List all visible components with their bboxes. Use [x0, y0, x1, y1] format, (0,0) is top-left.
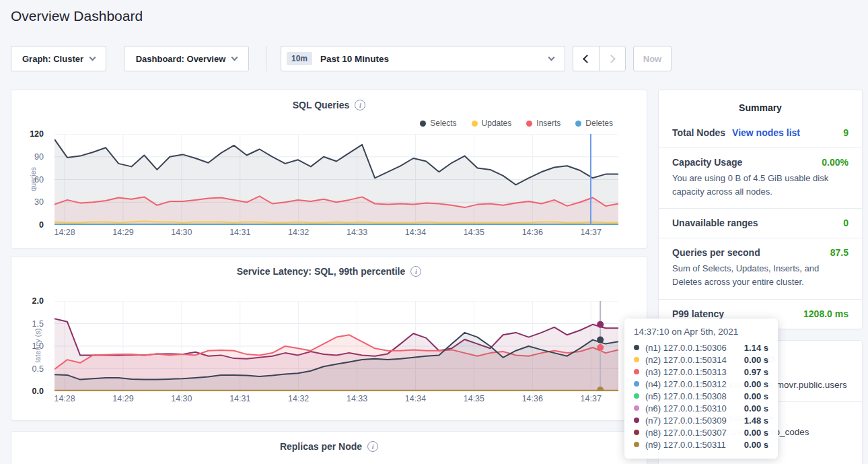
legend-dot-icon — [472, 121, 478, 127]
node-color-dot-icon — [634, 381, 639, 387]
node-color-dot-icon — [634, 405, 639, 411]
service-latency-card: Service Latency: SQL, 99th percentile la… — [11, 256, 647, 421]
legend-item-deletes[interactable]: Deletes — [575, 119, 613, 128]
replicas-per-node-card: Replicas per Node — [11, 431, 647, 464]
tooltip-rows: (n1) 127.0.0.1:503061.14 s(n2) 127.0.0.1… — [634, 341, 768, 451]
tooltip-node-row: (n1) 127.0.0.1:503061.14 s — [634, 341, 768, 354]
node-color-dot-icon — [634, 393, 639, 399]
node-color-dot-icon — [634, 357, 639, 362]
time-range-dropdown[interactable]: 10m Past 10 Minutes — [281, 46, 565, 71]
time-range-label: Past 10 Minutes — [320, 54, 389, 64]
x-tick-label: 14:34 — [405, 394, 426, 403]
chevron-down-icon — [89, 54, 96, 61]
y-tick-label: 120 — [30, 129, 44, 139]
service-latency-title: Service Latency: SQL, 99th percentile — [237, 266, 406, 277]
chevron-left-icon — [583, 55, 591, 63]
x-axis-ticks: 14:2814:2914:3014:3114:3214:3314:3414:35… — [55, 394, 618, 406]
unavailable-ranges-value: 0 — [843, 218, 848, 228]
y-tick-label: 0.0 — [32, 387, 44, 396]
x-tick-label: 14:31 — [229, 228, 250, 237]
node-color-dot-icon — [634, 442, 639, 447]
page-title: Overview Dashboard — [11, 8, 143, 24]
legend-dot-icon — [575, 121, 581, 127]
x-tick-label: 14:30 — [171, 394, 192, 403]
sql-queries-legend: SelectsUpdatesInsertsDeletes — [420, 119, 613, 128]
tooltip-node-row: (n9) 127.0.0.1:503110.00 s — [634, 438, 768, 451]
graph-dropdown[interactable]: Graph: Cluster — [11, 46, 106, 71]
x-tick-label: 14:32 — [288, 394, 309, 403]
dashboard-dropdown[interactable]: Dashboard: Overview — [124, 46, 249, 71]
time-prev-button[interactable] — [573, 46, 600, 71]
y-tick-label: 30 — [34, 197, 44, 207]
legend-item-updates[interactable]: Updates — [472, 119, 512, 128]
x-tick-label: 14:37 — [581, 394, 602, 403]
x-tick-label: 14:36 — [522, 228, 543, 237]
chevron-down-icon — [231, 54, 238, 61]
sql-queries-plot[interactable] — [55, 134, 618, 225]
y-tick-label: 2.0 — [32, 296, 44, 306]
legend-item-selects[interactable]: Selects — [420, 119, 456, 128]
tooltip-timestamp: 14:37:10 on Apr 5th, 2021 — [634, 327, 768, 337]
x-tick-label: 14:29 — [112, 228, 133, 237]
replicas-per-node-title: Replicas per Node — [280, 441, 362, 452]
y-tick-label: 1.5 — [32, 319, 44, 329]
sql-queries-card: SQL Queries SelectsUpdatesInsertsDeletes… — [11, 90, 647, 248]
x-tick-label: 14:36 — [522, 394, 543, 403]
tooltip-node-row: (n7) 127.0.0.1:503091.48 s — [634, 414, 768, 426]
queries-per-second-description: Sum of Selects, Updates, Inserts, and De… — [672, 262, 848, 289]
service-latency-plot[interactable] — [55, 301, 618, 391]
y-axis-ticks: 0.00.51.01.52.0 — [11, 301, 49, 391]
node-color-dot-icon — [634, 430, 639, 435]
x-tick-label: 14:33 — [347, 228, 367, 237]
x-tick-label: 14:34 — [405, 228, 426, 237]
controls-divider — [266, 46, 266, 71]
capacity-usage-label: Capacity Usage — [672, 157, 742, 168]
queries-per-second-label: Queries per second — [672, 247, 760, 258]
now-button[interactable]: Now — [633, 46, 672, 71]
y-tick-label: 1.0 — [32, 341, 44, 351]
y-tick-label: 0.5 — [32, 364, 44, 374]
graph-dropdown-label: Graph: Cluster — [22, 54, 83, 64]
total-nodes-value: 9 — [843, 127, 848, 138]
x-tick-label: 14:30 — [171, 228, 192, 237]
capacity-usage-description: You are using 0 B of 4.5 GiB usable disk… — [672, 172, 848, 199]
x-axis-ticks: 14:2814:2914:3014:3114:3214:3314:3414:35… — [55, 228, 618, 240]
dashboard-dropdown-label: Dashboard: Overview — [136, 54, 226, 64]
x-tick-label: 14:29 — [112, 394, 133, 403]
chart-hover-tooltip: 14:37:10 on Apr 5th, 2021 (n1) 127.0.0.1… — [624, 319, 778, 459]
time-next-button[interactable] — [599, 46, 626, 71]
y-tick-label: 90 — [34, 152, 44, 162]
summary-panel: Summary Total Nodes View nodes list 9 Ca… — [658, 90, 863, 329]
legend-dot-icon — [526, 121, 532, 127]
x-tick-label: 14:32 — [288, 228, 309, 237]
x-tick-label: 14:33 — [347, 394, 367, 403]
total-nodes-label: Total Nodes — [672, 127, 725, 138]
tooltip-node-row: (n5) 127.0.0.1:503080.00 s — [634, 390, 768, 402]
x-tick-label: 14:31 — [229, 394, 250, 403]
x-tick-label: 14:35 — [464, 394, 484, 403]
y-axis-ticks: 0306090120 — [11, 134, 49, 225]
tooltip-node-row: (n2) 127.0.0.1:503140.00 s — [634, 354, 768, 366]
p99-latency-label: P99 latency — [672, 308, 724, 319]
y-tick-label: 0 — [39, 220, 44, 230]
info-icon[interactable] — [355, 100, 365, 110]
queries-per-second-value: 87.5 — [830, 247, 848, 258]
info-icon[interactable] — [410, 266, 421, 277]
tooltip-node-row: (n6) 127.0.0.1:503100.00 s — [634, 402, 768, 414]
time-range-badge: 10m — [287, 52, 312, 65]
unavailable-ranges-label: Unavailable ranges — [672, 218, 758, 228]
node-color-dot-icon — [634, 418, 639, 423]
legend-dot-icon — [420, 121, 426, 127]
capacity-usage-value: 0.00% — [822, 157, 848, 168]
x-tick-label: 14:28 — [54, 228, 75, 237]
node-color-dot-icon — [634, 345, 639, 350]
info-icon[interactable] — [367, 441, 378, 452]
tooltip-node-row: (n4) 127.0.0.1:503120.00 s — [634, 378, 768, 390]
x-tick-label: 14:28 — [54, 394, 75, 403]
legend-item-inserts[interactable]: Inserts — [526, 119, 560, 128]
x-tick-label: 14:35 — [464, 228, 484, 237]
y-tick-label: 60 — [34, 175, 44, 185]
view-nodes-list-link[interactable]: View nodes list — [732, 127, 800, 138]
node-color-dot-icon — [634, 369, 639, 374]
chevron-down-icon — [548, 54, 555, 61]
